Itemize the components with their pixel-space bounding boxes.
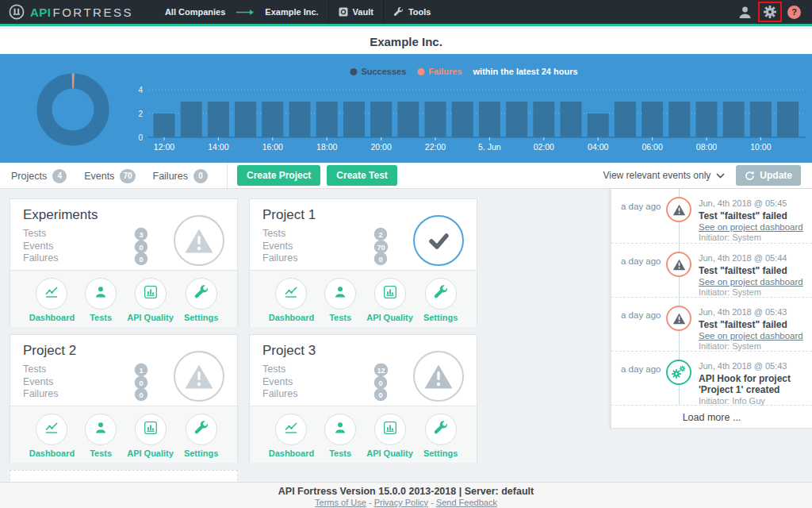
- warning-icon: [666, 252, 691, 277]
- project-action-settings[interactable]: Settings: [423, 278, 458, 322]
- project-action-api-quality[interactable]: API Quality: [127, 414, 174, 458]
- user-account-icon[interactable]: [737, 5, 753, 19]
- project-action-settings[interactable]: Settings: [184, 414, 218, 458]
- stat-badge: 1: [135, 364, 148, 377]
- vault-icon: [339, 7, 348, 17]
- event-entry: a day agoJun, 4th 2018 @ 05:43API Hook f…: [611, 351, 812, 405]
- event-age: a day ago: [621, 364, 661, 374]
- svg-text:18:00: 18:00: [316, 142, 337, 152]
- load-more-button[interactable]: Load more ...: [611, 405, 812, 429]
- svg-text:0: 0: [138, 133, 143, 142]
- footer-link-send-feedback[interactable]: Send Feedback: [436, 498, 497, 507]
- counter-projects[interactable]: Projects4: [11, 169, 67, 183]
- project-action-tests[interactable]: Tests: [85, 278, 117, 322]
- project-action-settings[interactable]: Settings: [423, 414, 458, 458]
- gear-icon[interactable]: [763, 5, 777, 19]
- project-action-api-quality[interactable]: API Quality: [366, 278, 413, 322]
- project-action-dashboard[interactable]: Dashboard: [29, 278, 75, 322]
- toolbar-divider: [227, 163, 228, 189]
- stat-badge: 3: [135, 228, 148, 241]
- event-age: a day ago: [621, 310, 661, 320]
- tools-wrench-icon: [393, 7, 404, 17]
- bar-chart-icon: [143, 284, 159, 303]
- legend-dot-icon: [417, 68, 424, 75]
- stat-badge: 0: [135, 375, 148, 389]
- stat-badge: 0: [374, 252, 388, 266]
- project-action-dashboard[interactable]: Dashboard: [269, 414, 314, 458]
- project-action-api-quality[interactable]: API Quality: [127, 278, 174, 322]
- footer-link-terms-of-use[interactable]: Terms of Use: [315, 498, 366, 507]
- user-icon: [332, 420, 348, 439]
- line-chart-icon: [44, 284, 59, 303]
- stat-label: Events: [23, 241, 53, 252]
- wrench-icon: [193, 284, 209, 303]
- help-icon[interactable]: ?: [787, 6, 801, 19]
- gears-icon: [666, 360, 691, 385]
- wrench-icon: [433, 420, 449, 439]
- stat-label: Failures: [23, 388, 58, 399]
- action-label: Dashboard: [29, 313, 75, 322]
- action-label: Settings: [184, 313, 218, 322]
- stat-label: Failures: [262, 252, 297, 264]
- event-dashboard-link[interactable]: See on project dashboard: [699, 277, 808, 287]
- navbar-right-icons: ?: [737, 2, 804, 22]
- project-action-dashboard[interactable]: Dashboard: [29, 414, 75, 458]
- warning-icon: [666, 197, 691, 222]
- project-action-tests[interactable]: Tests: [85, 414, 117, 458]
- action-label: Tests: [329, 313, 351, 322]
- top-navbar: API FORTRESS All Companies Example Inc. …: [0, 0, 812, 26]
- event-initiator: Initiator: System: [699, 341, 808, 351]
- legend-dot-icon: [350, 68, 357, 75]
- footer-link-privacy-policy[interactable]: Privacy Policy: [374, 498, 428, 507]
- action-label: Settings: [423, 313, 458, 322]
- nav-all-companies[interactable]: All Companies: [155, 0, 235, 24]
- event-dashboard-link[interactable]: See on project dashboard: [699, 222, 808, 232]
- event-filter-dropdown[interactable]: View relevant events only: [603, 170, 725, 181]
- apifortress-logo-icon: [8, 3, 25, 21]
- nav-current-company[interactable]: Example Inc.: [255, 0, 327, 24]
- partial-project-card: [10, 470, 238, 482]
- event-initiator: Initiator: System: [699, 233, 808, 242]
- project-action-dashboard[interactable]: Dashboard: [269, 278, 314, 322]
- status-check-icon: [413, 215, 464, 266]
- bar-chart-icon: [143, 420, 159, 439]
- event-timestamp: Jun, 4th 2018 @ 05:43: [699, 361, 808, 371]
- action-label: Tests: [90, 313, 112, 322]
- create-project-button[interactable]: Create Project: [237, 165, 320, 186]
- project-action-tests[interactable]: Tests: [324, 414, 356, 458]
- counter-events[interactable]: Events70: [84, 169, 135, 183]
- action-label: Dashboard: [29, 448, 75, 458]
- project-action-api-quality[interactable]: API Quality: [366, 414, 413, 458]
- event-entry: a day agoJun, 4th 2018 @ 05:43Test "fail…: [611, 297, 812, 351]
- hourly-events-bar-chart: 02412:0014:0016:0018:0020:0022:005. Jun0…: [132, 78, 806, 157]
- status-warning-icon: [413, 351, 464, 402]
- update-button[interactable]: Update: [736, 165, 801, 186]
- metrics-banner: SuccessesFailures within the latest 24 h…: [0, 54, 812, 163]
- nav-tools[interactable]: Tools: [384, 0, 441, 24]
- svg-text:06:00: 06:00: [642, 142, 662, 152]
- svg-text:08:00: 08:00: [696, 142, 717, 152]
- action-label: Settings: [423, 448, 458, 458]
- create-test-button[interactable]: Create Test: [327, 165, 396, 186]
- event-entry: a day agoJun, 4th 2018 @ 05:45Test "fail…: [611, 189, 812, 243]
- stat-label: Tests: [23, 364, 46, 375]
- apifortress-logo[interactable]: API FORTRESS: [8, 3, 133, 21]
- project-action-settings[interactable]: Settings: [184, 278, 218, 322]
- legend-item: Successes: [350, 67, 406, 76]
- project-action-tests[interactable]: Tests: [324, 278, 356, 322]
- page-title: Example Inc.: [0, 29, 812, 54]
- line-chart-icon: [44, 420, 59, 439]
- stat-badge: 0: [374, 375, 388, 389]
- svg-text:12:00: 12:00: [154, 142, 174, 152]
- nav-vault[interactable]: Vault: [329, 0, 383, 24]
- stat-label: Tests: [262, 228, 285, 239]
- projects-grid: ExperimentsTests3Events0Failures0Dashboa…: [0, 189, 604, 482]
- wrench-icon: [433, 284, 449, 303]
- chart-legend: SuccessesFailures within the latest 24 h…: [350, 67, 577, 76]
- counter-badge: 4: [52, 169, 67, 183]
- action-label: Dashboard: [269, 448, 314, 458]
- event-timestamp: Jun, 4th 2018 @ 05:45: [699, 198, 808, 208]
- event-dashboard-link[interactable]: See on project dashboard: [699, 331, 808, 341]
- counter-failures[interactable]: Failures0: [153, 169, 208, 183]
- page-footer: API Fortress Version 15.0.0 2013-2018 | …: [0, 482, 812, 508]
